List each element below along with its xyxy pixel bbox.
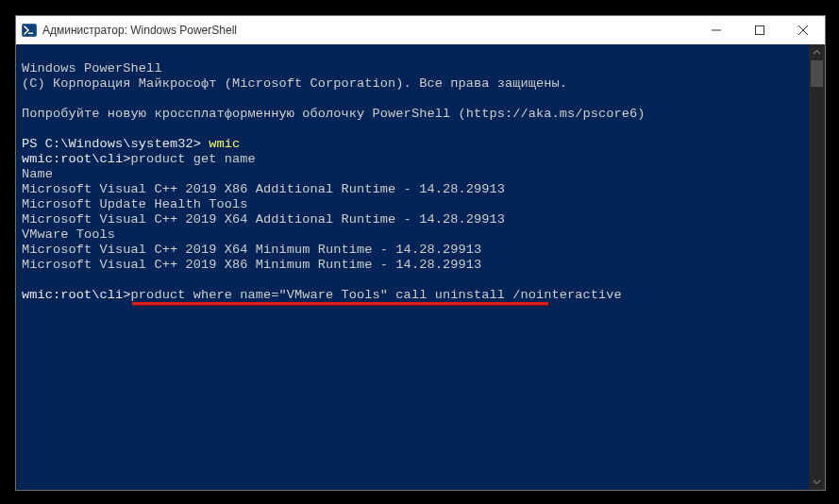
product-row: Microsoft Update Health Tools	[22, 197, 247, 211]
product-row: Microsoft Visual C++ 2019 X64 Minimum Ru…	[22, 243, 481, 257]
minimize-icon	[712, 25, 721, 35]
close-button[interactable]	[781, 16, 825, 44]
command-text: product get name	[131, 152, 256, 166]
svg-rect-3	[756, 26, 764, 35]
powershell-window: Администратор: Windows PowerShell Wind	[15, 15, 826, 491]
scroll-up-button[interactable]	[809, 44, 825, 60]
product-row: Microsoft Visual C++ 2019 X86 Additional…	[22, 182, 505, 196]
terminal-line: Windows PowerShell	[22, 61, 162, 76]
close-icon	[798, 25, 808, 35]
terminal-line: wmic:root\cli>product where name="VMware…	[22, 288, 629, 302]
product-row: Microsoft Visual C++ 2019 X86 Minimum Ru…	[22, 258, 481, 272]
command-text: wmic	[209, 137, 240, 151]
product-row: VMware Tools	[22, 227, 115, 242]
product-row: Microsoft Visual C++ 2019 X64 Additional…	[22, 212, 505, 227]
chevron-up-icon	[813, 48, 821, 57]
minimize-button[interactable]	[695, 16, 738, 44]
command-text: product where name="VMware Tools" call u…	[131, 288, 622, 302]
titlebar[interactable]: Администратор: Windows PowerShell	[16, 16, 825, 44]
text-cursor	[622, 289, 629, 302]
terminal-line: Попробуйте новую кроссплатформенную обол…	[22, 107, 646, 121]
terminal-line: PS C:\Windows\system32> wmic	[22, 137, 240, 151]
vertical-scrollbar[interactable]	[809, 44, 825, 490]
maximize-button[interactable]	[738, 16, 781, 44]
terminal-line: (C) Корпорация Майкрософт (Microsoft Cor…	[22, 76, 567, 91]
powershell-icon	[22, 23, 37, 38]
wmic-prompt: wmic:root\cli>	[22, 152, 131, 166]
maximize-icon	[755, 25, 764, 35]
window-title: Администратор: Windows PowerShell	[42, 24, 695, 37]
wmic-prompt: wmic:root\cli>	[22, 288, 131, 302]
scroll-down-button[interactable]	[809, 474, 825, 490]
column-header: Name	[22, 167, 53, 181]
annotation-underline	[132, 302, 548, 306]
terminal[interactable]: Windows PowerShell (C) Корпорация Майкро…	[16, 44, 809, 490]
window-controls	[695, 16, 825, 44]
chevron-down-icon	[813, 478, 821, 486]
terminal-line: wmic:root\cli>product get name	[22, 152, 256, 166]
prompt-text: PS C:\Windows\system32>	[22, 137, 209, 151]
scroll-thumb[interactable]	[811, 60, 823, 87]
content-area: Windows PowerShell (C) Корпорация Майкро…	[16, 44, 825, 490]
app-icon	[16, 23, 42, 38]
scroll-track[interactable]	[809, 60, 825, 474]
